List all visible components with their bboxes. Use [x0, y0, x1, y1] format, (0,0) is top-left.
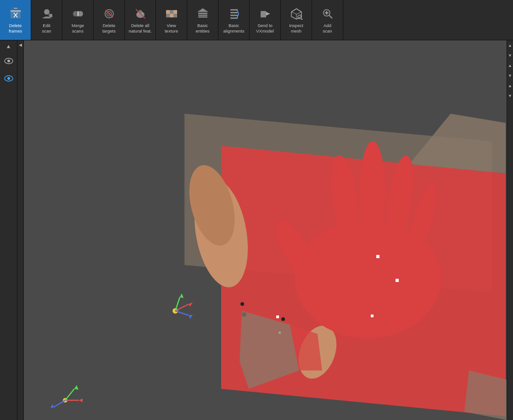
inspect-mesh-icon [289, 6, 304, 21]
send-vxmodel-icon [258, 6, 273, 21]
svg-rect-67 [376, 255, 379, 258]
svg-point-51 [7, 60, 10, 62]
svg-point-63 [360, 141, 385, 242]
basic-entities-label: Basicentities [195, 23, 209, 33]
delete-targets-label: Deletetargets [102, 23, 116, 33]
edit-scan-label: Editscan [42, 23, 51, 33]
delete-targets-button[interactable]: Deletetargets [94, 0, 125, 40]
svg-rect-24 [173, 10, 177, 14]
svg-rect-68 [396, 279, 399, 282]
left-sidebar: ▲ [0, 40, 17, 420]
sidebar-collapse-button[interactable]: ▲ [0, 40, 17, 52]
right-panel-arrow-3[interactable]: ▲ [507, 61, 513, 71]
right-panel-arrow-1[interactable]: ▲ [507, 40, 513, 50]
svg-rect-34 [230, 15, 238, 16]
delete-frames-button[interactable]: Delete frames [0, 0, 31, 40]
basic-entities-button[interactable]: Basicentities [187, 0, 218, 40]
send-to-vxmodel-button[interactable]: Send toVXmodel [250, 0, 281, 40]
svg-rect-1 [11, 10, 21, 12]
svg-line-41 [291, 12, 296, 14]
viewport-3d[interactable] [24, 40, 507, 420]
merge-scans-icon [71, 6, 85, 21]
add-scan-button[interactable]: Addscan [312, 0, 343, 40]
basic-entities-icon [195, 6, 210, 21]
svg-point-5 [44, 9, 50, 15]
svg-point-53 [7, 77, 10, 80]
svg-line-42 [296, 12, 301, 14]
svg-point-74 [240, 302, 244, 306]
delete-natural-feat-button[interactable]: Delete allnatural feat. [125, 0, 156, 40]
svg-rect-69 [371, 315, 374, 317]
right-panel-arrow-2[interactable]: ▼ [507, 50, 513, 61]
send-vxmodel-label: Send toVXmodel [256, 23, 274, 33]
svg-rect-23 [170, 10, 173, 14]
merge-scans-label: Mergescans [72, 23, 84, 33]
delete-frames-label: Delete frames [2, 23, 29, 33]
svg-rect-30 [198, 17, 207, 17]
right-panel-arrow-4[interactable]: ▼ [507, 71, 513, 81]
svg-line-47 [329, 15, 332, 18]
svg-rect-27 [173, 14, 177, 17]
eye-button-2[interactable] [1, 71, 17, 86]
basic-alignments-label: Basicalignments [223, 23, 245, 33]
delete-natural-feat-icon [133, 6, 148, 21]
inspect-mesh-label: Inspectmesh [289, 23, 303, 33]
add-scan-label: Addscan [323, 23, 332, 33]
view-texture-icon [164, 6, 179, 21]
svg-rect-22 [166, 10, 170, 14]
right-panels: ▲ ▼ ▲ ▼ ▲ ▼ [507, 40, 513, 420]
svg-point-11 [78, 11, 83, 17]
svg-point-72 [281, 317, 285, 321]
svg-marker-31 [197, 8, 208, 12]
svg-rect-33 [230, 12, 238, 13]
delete-natural-feat-label: Delete allnatural feat. [128, 23, 151, 33]
add-scan-icon [320, 6, 335, 21]
svg-rect-38 [261, 11, 266, 17]
svg-rect-26 [170, 14, 173, 17]
secondary-sidebar: ◀ [17, 40, 24, 420]
svg-rect-70 [276, 315, 279, 318]
merge-scans-button[interactable]: Mergescans [62, 0, 94, 40]
svg-rect-25 [166, 14, 170, 17]
inspect-mesh-button[interactable]: Inspectmesh [281, 0, 312, 40]
right-panel-arrow-5[interactable]: ▲ [507, 81, 513, 91]
sec-collapse-button[interactable]: ◀ [17, 40, 23, 50]
svg-rect-29 [198, 15, 207, 16]
eye-button-1[interactable] [1, 53, 17, 69]
collapse-icon: ▲ [6, 43, 11, 50]
right-panel-arrow-6[interactable]: ▼ [507, 91, 513, 101]
edit-scan-icon [39, 6, 54, 21]
view-texture-label: Viewtexture [165, 23, 178, 33]
toolbar: Delete frames Editscan Mergescans [0, 0, 513, 40]
svg-rect-28 [198, 13, 207, 14]
basic-alignments-icon [227, 6, 241, 21]
svg-line-45 [301, 18, 302, 20]
svg-point-19 [141, 12, 143, 14]
scene-svg [24, 40, 507, 420]
edit-scan-button[interactable]: Editscan [31, 0, 62, 40]
delete-targets-icon [102, 6, 117, 21]
view-texture-button[interactable]: Viewtexture [156, 0, 187, 40]
delete-frames-icon [8, 6, 23, 21]
basic-alignments-button[interactable]: Basicalignments [218, 0, 250, 40]
